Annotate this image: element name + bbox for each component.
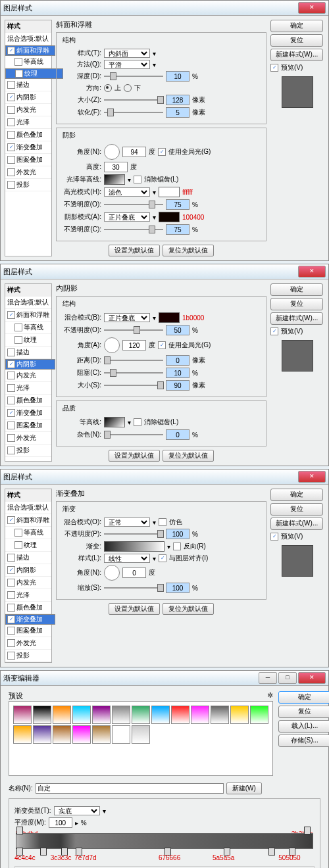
checkbox[interactable] <box>14 541 22 549</box>
checkbox[interactable]: ✓ <box>158 148 166 156</box>
param-input[interactable] <box>166 583 190 593</box>
checkbox[interactable]: ✓ <box>159 554 166 562</box>
style-item[interactable]: ✓斜面和浮雕 <box>5 45 55 56</box>
checkbox[interactable] <box>7 372 15 379</box>
checkbox[interactable] <box>7 422 15 429</box>
minimize-icon[interactable]: ─ <box>259 672 277 684</box>
contour-picker[interactable] <box>104 174 125 185</box>
blend-options-row[interactable]: 混合选项:默认 <box>5 33 51 45</box>
dropdown-icon[interactable]: ▾ <box>167 543 170 550</box>
param-select[interactable]: 平滑 <box>104 60 150 69</box>
style-item[interactable]: 光泽 <box>5 589 51 602</box>
gradient-bar[interactable] <box>16 833 313 849</box>
preset-swatch[interactable] <box>72 725 91 744</box>
param-select[interactable]: 内斜面 <box>104 49 150 58</box>
preset-swatch[interactable] <box>92 706 111 724</box>
preset-swatch[interactable] <box>72 706 91 724</box>
checkbox[interactable]: ✓ <box>158 341 166 349</box>
preset-swatch[interactable] <box>33 706 51 724</box>
checkbox[interactable] <box>7 639 15 647</box>
style-item[interactable]: 纹理 <box>5 68 63 79</box>
titlebar[interactable]: 图层样式 ✕ <box>1 470 328 485</box>
param-slider[interactable] <box>104 112 163 113</box>
checkbox[interactable] <box>159 518 166 526</box>
make-default-button[interactable]: 设置为默认值 <box>109 245 160 256</box>
new-style-button[interactable]: 新建样式(W)... <box>270 312 323 325</box>
make-default-button[interactable]: 设置为默认值 <box>109 603 160 615</box>
param-input[interactable] <box>166 325 190 335</box>
checkbox[interactable] <box>14 58 22 66</box>
dropdown-icon[interactable]: ▾ <box>153 50 156 57</box>
preset-swatch[interactable] <box>92 725 111 744</box>
param-input[interactable] <box>166 224 190 235</box>
smooth-input[interactable] <box>49 817 72 828</box>
preset-swatch[interactable] <box>112 706 130 724</box>
style-item[interactable]: 光泽 <box>5 116 51 129</box>
style-item[interactable]: 投影 <box>5 179 51 191</box>
gear-icon[interactable]: ✲ <box>267 691 273 700</box>
checkbox[interactable]: ✓ <box>7 360 15 368</box>
new-style-button[interactable]: 新建样式(W)... <box>270 518 323 530</box>
angle-dial[interactable] <box>104 565 120 581</box>
param-input[interactable] <box>166 95 190 105</box>
radio[interactable] <box>104 84 112 92</box>
titlebar[interactable]: 渐变编辑器 ─ □ ✕ <box>1 671 328 686</box>
checkbox[interactable] <box>7 131 15 139</box>
close-icon[interactable]: ✕ <box>298 471 326 483</box>
blend-options-row[interactable]: 混合选项:默认 <box>5 297 51 309</box>
checkbox[interactable] <box>7 181 15 189</box>
cancel-button[interactable]: 复位 <box>270 34 323 47</box>
checkbox[interactable] <box>134 176 141 183</box>
checkbox[interactable] <box>7 397 15 404</box>
style-item[interactable]: 描边 <box>5 347 51 359</box>
checkbox[interactable] <box>7 156 15 164</box>
style-item[interactable]: 图案叠加 <box>5 420 51 432</box>
preview-checkbox[interactable]: ✓ <box>270 327 278 335</box>
style-item[interactable]: ✓内阴影 <box>5 91 51 104</box>
param-input[interactable] <box>166 429 190 440</box>
param-select[interactable]: 正常 <box>104 518 150 527</box>
checkbox[interactable] <box>14 529 22 537</box>
param-slider[interactable] <box>104 587 163 589</box>
ok-button[interactable]: 确定 <box>270 489 323 501</box>
style-item[interactable]: 内发光 <box>5 370 51 382</box>
style-item[interactable]: 纹理 <box>5 539 51 552</box>
style-item[interactable]: 等高线 <box>5 56 51 68</box>
param-slider[interactable] <box>104 434 163 435</box>
dropdown-icon[interactable]: ▾ <box>128 176 131 183</box>
preset-swatch[interactable] <box>132 706 150 724</box>
dropdown-icon[interactable]: ▾ <box>103 808 106 815</box>
style-item[interactable]: 等高线 <box>5 322 51 334</box>
preview-checkbox[interactable]: ✓ <box>270 64 278 72</box>
save-button[interactable]: 存储(S)... <box>278 735 329 747</box>
style-item[interactable]: 外发光 <box>5 432 51 445</box>
param-slider[interactable] <box>104 385 163 386</box>
preset-swatch[interactable] <box>13 706 32 724</box>
checkbox[interactable] <box>7 434 15 442</box>
preset-swatch[interactable] <box>112 725 130 744</box>
style-item[interactable]: 外发光 <box>5 637 51 650</box>
ok-button[interactable]: 确定 <box>278 691 329 704</box>
contour-picker[interactable] <box>104 417 125 427</box>
gradient-picker[interactable] <box>104 541 164 552</box>
style-item[interactable]: 内发光 <box>5 577 51 589</box>
color-swatch[interactable] <box>159 187 180 197</box>
param-select[interactable]: 正片叠底 <box>104 313 150 322</box>
style-item[interactable]: 内发光 <box>5 104 51 116</box>
param-slider[interactable] <box>104 360 163 361</box>
preset-swatch[interactable] <box>33 725 51 744</box>
style-item[interactable]: ✓斜面和浮雕 <box>5 514 51 527</box>
style-item[interactable]: ✓渐变叠加 <box>5 141 51 154</box>
param-slider[interactable] <box>104 372 163 374</box>
new-style-button[interactable]: 新建样式(W)... <box>270 49 323 61</box>
radio[interactable] <box>124 84 132 92</box>
blend-options-row[interactable]: 混合选项:默认 <box>5 502 51 514</box>
checkbox[interactable] <box>173 542 181 550</box>
style-item[interactable]: 投影 <box>5 650 51 662</box>
angle-dial[interactable] <box>104 144 120 160</box>
checkbox[interactable] <box>7 384 15 392</box>
preset-swatch[interactable] <box>132 725 150 744</box>
style-item[interactable]: 颜色叠加 <box>5 395 51 407</box>
close-icon[interactable]: ✕ <box>298 2 326 14</box>
style-item[interactable]: 颜色叠加 <box>5 129 51 141</box>
